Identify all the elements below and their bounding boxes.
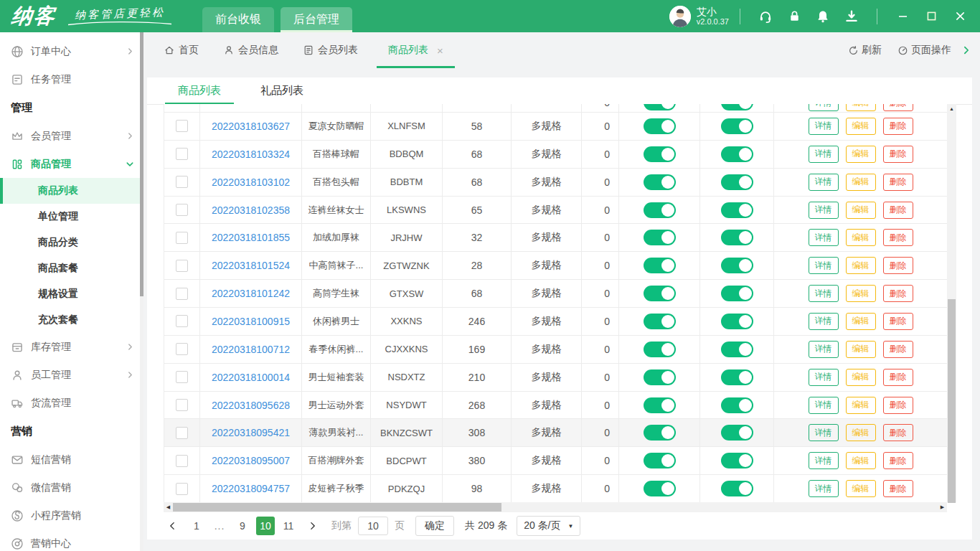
status-toggle-1[interactable] [644,369,676,385]
delete-button[interactable]: 删除 [883,397,913,414]
status-toggle-2[interactable] [721,342,753,357]
status-toggle-2[interactable] [721,453,753,468]
sidebar-item-order-center[interactable]: 订单中心 [0,37,143,65]
vertical-scrollbar[interactable]: ▲ [947,104,956,502]
close-tab-icon[interactable]: × [437,44,443,57]
download-icon[interactable] [837,9,866,24]
status-toggle-1[interactable] [644,286,676,301]
sidebar-item-logistics-management[interactable]: 货流管理 [0,389,143,417]
sidebar-item-inventory-management[interactable]: 库存管理 [0,333,143,361]
delete-button[interactable]: 删除 [883,452,913,469]
status-toggle-1[interactable] [644,230,676,245]
status-toggle-2[interactable] [721,286,753,301]
row-checkbox[interactable] [176,176,188,188]
detail-button[interactable]: 详情 [809,313,839,330]
row-checkbox[interactable] [176,148,188,160]
row-checkbox[interactable] [176,371,188,383]
status-toggle-1[interactable] [644,118,676,134]
detail-button[interactable]: 详情 [809,397,839,414]
edit-button[interactable]: 编辑 [846,285,876,302]
delete-button[interactable]: 删除 [883,285,913,302]
delete-button[interactable]: 删除 [883,369,913,386]
detail-button[interactable]: 详情 [809,104,839,111]
page-ops-button[interactable]: 页面操作 [897,44,951,57]
status-toggle-2[interactable] [721,174,753,190]
detail-button[interactable]: 详情 [809,369,839,386]
edit-button[interactable]: 编辑 [846,118,876,135]
goto-page-input[interactable] [358,517,388,535]
page-number[interactable]: 9 [233,517,252,535]
delete-button[interactable]: 删除 [883,480,913,497]
breadcrumb-tab-member-list[interactable]: 会员列表 [303,32,358,68]
edit-button[interactable]: 编辑 [846,341,876,358]
row-checkbox[interactable] [176,260,188,272]
product-id-link[interactable]: 20220318095421 [212,427,290,438]
maximize-icon[interactable] [917,10,946,22]
detail-button[interactable]: 详情 [809,146,839,163]
status-toggle-1[interactable] [644,104,676,110]
sidebar-item-goods-category[interactable]: 商品分类 [0,230,143,255]
product-id-link[interactable]: 20220318103102 [212,176,290,188]
row-checkbox[interactable] [176,120,188,132]
status-toggle-2[interactable] [721,425,753,441]
delete-button[interactable]: 删除 [883,174,913,191]
row-checkbox[interactable] [176,232,188,244]
page-number[interactable]: ... [210,517,229,535]
product-id-link[interactable]: 20220318095628 [212,400,290,411]
status-toggle-1[interactable] [644,146,676,162]
bell-icon[interactable] [809,9,837,24]
support-icon[interactable] [751,9,780,24]
status-toggle-2[interactable] [721,104,753,110]
product-id-link[interactable]: 20220318101242 [212,288,290,299]
detail-button[interactable]: 详情 [809,285,839,302]
detail-button[interactable]: 详情 [809,424,839,441]
status-toggle-1[interactable] [644,174,676,190]
delete-button[interactable]: 删除 [883,424,913,441]
nav-tab-backoffice[interactable]: 后台管理 [281,7,352,32]
horizontal-scrollbar-thumb[interactable] [173,503,501,512]
detail-button[interactable]: 详情 [809,174,839,191]
status-toggle-2[interactable] [721,369,753,385]
sidebar-item-goods-list[interactable]: 商品列表 [0,178,143,204]
sidebar-item-task-management[interactable]: 任务管理 [0,65,143,93]
sidebar-item-wechat-marketing[interactable]: 微信营销 [0,474,143,501]
delete-button[interactable]: 删除 [883,313,913,330]
edit-button[interactable]: 编辑 [846,480,876,497]
status-toggle-1[interactable] [644,481,676,496]
row-checkbox[interactable] [176,315,188,327]
detail-button[interactable]: 详情 [809,480,839,497]
sidebar-item-staff-management[interactable]: 员工管理 [0,361,143,389]
status-toggle-1[interactable] [644,425,676,441]
sidebar-item-member-management[interactable]: 会员管理 [0,122,143,150]
lock-icon[interactable] [780,9,809,23]
detail-button[interactable]: 详情 [809,202,839,219]
edit-button[interactable]: 编辑 [846,313,876,330]
edit-button[interactable]: 编辑 [846,146,876,163]
breadcrumb-tab-member-info[interactable]: 会员信息 [223,32,278,68]
edit-button[interactable]: 编辑 [846,104,876,111]
detail-button[interactable]: 详情 [809,452,839,469]
status-toggle-2[interactable] [721,314,753,329]
edit-button[interactable]: 编辑 [846,202,876,219]
product-id-link[interactable]: 20220318094757 [212,483,290,494]
status-toggle-2[interactable] [721,146,753,162]
detail-button[interactable]: 详情 [809,118,839,135]
delete-button[interactable]: 删除 [883,202,913,219]
edit-button[interactable]: 编辑 [846,424,876,441]
product-id-link[interactable]: 20220318100712 [212,344,290,355]
sidebar-item-marketing-center[interactable]: 营销中心 [0,529,143,551]
product-id-link[interactable]: 20220318102358 [212,204,290,216]
delete-button[interactable]: 删除 [883,341,913,358]
product-id-link[interactable]: 20220318100014 [212,372,290,383]
expand-chevron-icon[interactable] [961,45,971,55]
row-checkbox[interactable] [176,204,188,216]
sidebar-item-miniprogram-marketing[interactable]: 小程序营销 [0,501,143,529]
row-checkbox[interactable] [176,427,188,439]
status-toggle-2[interactable] [721,481,753,496]
tab-gift-list[interactable]: 礼品列表 [248,77,316,104]
row-checkbox[interactable] [176,399,188,411]
refresh-button[interactable]: 刷新 [848,44,882,57]
edit-button[interactable]: 编辑 [846,397,876,414]
detail-button[interactable]: 详情 [809,257,839,274]
product-id-link[interactable]: 20220318101524 [212,260,290,271]
